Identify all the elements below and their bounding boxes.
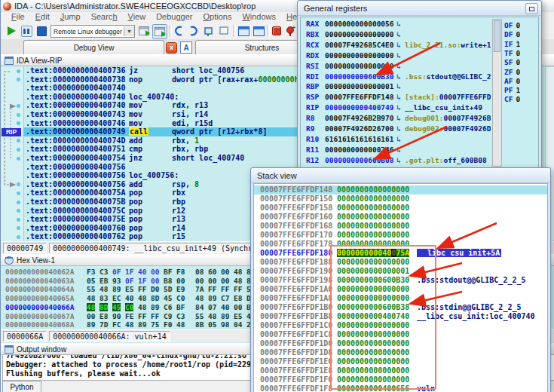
register-row[interactable]: RCX00007F492685C4E0↳libc_2.21.so:write+1 xyxy=(301,41,538,51)
stack-row[interactable]: 00007FFE6FFDF1580000000000000000 xyxy=(254,204,547,213)
stack-row[interactable]: 00007FFE6FFDF1500000000000000000 xyxy=(254,194,547,204)
attach-to-process-button[interactable] xyxy=(137,24,151,38)
stack-row[interactable]: 00007FFE6FFDF1680000000000000000 xyxy=(254,222,547,231)
stack-row[interactable]: 00007FFE6FFDF1600000000000000000 xyxy=(254,213,547,222)
stack-row[interactable]: 00007FFE6FFDF1700000000000000000 xyxy=(254,231,547,240)
asm-address: .text:0000000000400756 xyxy=(26,163,125,171)
register-row[interactable]: RBP0000000000000001↳ xyxy=(301,82,538,93)
flag-name: SF xyxy=(504,58,513,66)
hex-byte: C3 xyxy=(99,268,108,276)
stack-row[interactable]: 00007FFE6FFDF1480000000000000000 xyxy=(254,185,547,194)
debugger-select-value: Remote Linux debugger xyxy=(51,28,124,35)
stack-address: 00007FFE6FFDF160 xyxy=(260,213,332,221)
window-title: IDA - C:\Users\Administrator.SWE4HCEEOGX… xyxy=(14,2,256,11)
hex-byte: D0 xyxy=(151,285,159,293)
asm-operands: rbx, rbp xyxy=(172,145,208,153)
symbol-name: stdout@@GLIBC_2 xyxy=(427,72,491,81)
stack-address: 00007FFE6FFDF148 xyxy=(260,185,332,194)
flag-row[interactable]: CF0 xyxy=(504,95,520,104)
menu-jump[interactable]: Jump xyxy=(60,12,81,21)
registers-window-button[interactable] xyxy=(525,3,538,14)
hex-byte: 75 xyxy=(151,320,159,329)
asm-mnemonic: cmp xyxy=(129,145,142,153)
run-until-return-button[interactable] xyxy=(202,24,216,38)
continue-process-button[interactable] xyxy=(5,24,18,38)
symbol-name: 00007F4926B xyxy=(443,114,491,122)
asm-operands: r14 xyxy=(172,224,185,232)
flag-row[interactable]: DF0 xyxy=(504,30,520,39)
flag-row[interactable]: OF0 xyxy=(504,21,520,30)
add-breakpoint-button[interactable]: + xyxy=(283,24,296,38)
python-console-button[interactable]: Python xyxy=(2,381,41,392)
open-debugger-view-button[interactable] xyxy=(237,24,250,38)
registers-list[interactable]: RAX0000000000000056↳RBX0000000000000000↳… xyxy=(300,17,539,170)
register-symbol: .got.plt:off_600B08 xyxy=(405,156,491,164)
menu-edit[interactable]: Edit xyxy=(35,12,50,21)
register-row[interactable]: RBX0000000000000000↳ xyxy=(301,30,538,41)
hex-byte: 89 xyxy=(112,285,121,293)
register-row[interactable]: R120000000000600B08↳.got.plt:off_600B08 xyxy=(301,156,538,167)
close-icon[interactable]: x xyxy=(166,42,177,54)
structures-a-icon[interactable]: A xyxy=(180,41,192,54)
stack-address: 00007FFE6FFDF1E8 xyxy=(260,366,332,375)
registers-scrollbar[interactable] xyxy=(492,19,502,167)
symbol-name: write+1 xyxy=(461,41,491,49)
register-row[interactable]: RAX0000000000000056↳ xyxy=(301,20,538,30)
register-row[interactable]: RDI0000000000600B30↳.bss:stdout@@GLIBC_2 xyxy=(301,72,538,83)
register-row[interactable]: RSP00007FFE6FFDF148↳[stack]:00007FFE6FFD xyxy=(301,93,538,103)
menu-view[interactable]: View xyxy=(128,12,146,21)
register-row[interactable]: R106161616161616161↳ xyxy=(301,135,538,145)
menu-windows[interactable]: Windows xyxy=(242,12,276,21)
stack-address: 00007FFE6FFDF1E0 xyxy=(260,357,332,366)
asm-operands: edi, r15d xyxy=(172,119,213,127)
flag-row[interactable]: PF1 xyxy=(504,86,520,95)
menu-debugger[interactable]: Debugger xyxy=(156,12,192,21)
stack-address: 00007FFE6FFDF1C8 xyxy=(260,330,332,338)
run-to-cursor-button[interactable] xyxy=(217,24,231,38)
flag-row[interactable]: IF1 xyxy=(504,40,520,49)
breakpoint-list-button[interactable] xyxy=(270,24,283,38)
flag-row[interactable]: TF0 xyxy=(504,49,520,58)
asm-mnemonic: mov xyxy=(129,101,142,109)
stop-process-button[interactable] xyxy=(35,24,48,38)
flag-value: 0 xyxy=(516,49,520,57)
hex-byte: 7D xyxy=(99,320,108,329)
menu-options[interactable]: Options xyxy=(203,12,231,21)
flag-row[interactable]: ZF0 xyxy=(504,68,520,77)
stop-icon xyxy=(37,26,47,36)
asm-address: .text:0000000000400760 xyxy=(26,224,125,232)
debugger-select[interactable]: Remote Linux debugger ▼ xyxy=(51,25,135,38)
menu-search[interactable]: Search xyxy=(91,12,118,21)
hex-byte: FE xyxy=(125,312,133,320)
debugger-windows-button[interactable] xyxy=(152,24,167,39)
pause-process-button[interactable] xyxy=(20,24,33,38)
chevron-down-icon[interactable]: ▼ xyxy=(124,26,134,36)
register-name: R10 xyxy=(306,135,319,143)
register-name: R8 xyxy=(306,114,314,122)
menu-file[interactable]: File xyxy=(11,12,25,21)
step-over-button[interactable] xyxy=(187,24,200,38)
register-row[interactable]: RSI0000000000000000↳ xyxy=(301,62,538,72)
register-row[interactable]: RIP0000000000400749↳__libc_csu_init+49 xyxy=(301,103,538,114)
output-line: Flushing buffers, please wait...ok xyxy=(6,369,161,378)
register-name: RSI xyxy=(306,62,319,70)
registers-window-titlebar[interactable]: General registers xyxy=(298,1,541,16)
register-row[interactable]: R900007F4926D26700↳debug002:00007F4926D xyxy=(301,124,538,135)
tab-structures-label: Structures xyxy=(245,44,280,52)
open-module-list-button[interactable] xyxy=(252,24,265,38)
tab-debug-view[interactable]: Debug View xyxy=(23,40,164,54)
asm-line[interactable]: .text:0000000000400749callqword ptr [r12… xyxy=(23,127,297,136)
register-row[interactable]: R800007F4926B2B970↳debug001:00007F4926B xyxy=(301,114,538,124)
deref-arrow-icon: ↳ xyxy=(396,62,401,70)
instruction-dot xyxy=(17,148,20,152)
flag-row[interactable]: SF0 xyxy=(504,58,520,67)
flag-row[interactable]: AF0 xyxy=(504,77,520,86)
register-row[interactable]: R110000000000000246↳ xyxy=(301,145,538,156)
hex-byte: FF xyxy=(151,312,159,320)
register-symbol: debug002:00007F4926D xyxy=(405,124,491,133)
symbol-segment: debug002: xyxy=(405,124,443,133)
stack-window-titlebar[interactable]: Stack view xyxy=(251,168,550,183)
register-row[interactable]: RDX0000000000000000↳ xyxy=(301,51,538,62)
step-into-button[interactable] xyxy=(172,24,185,38)
instruction-dot xyxy=(17,235,20,239)
